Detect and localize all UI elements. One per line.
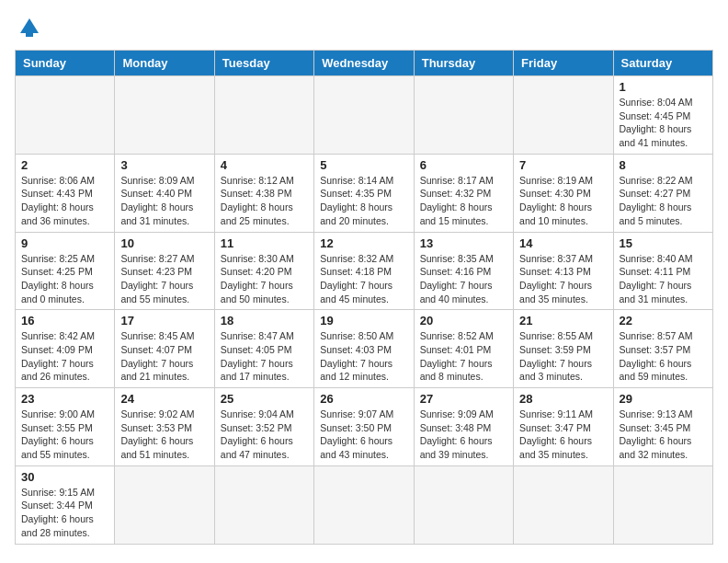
calendar-cell: 12Sunrise: 8:32 AM Sunset: 4:18 PM Dayli… [314,232,414,310]
day-number: 5 [320,158,407,172]
calendar-cell: 20Sunrise: 8:52 AM Sunset: 4:01 PM Dayli… [414,310,513,388]
day-number: 13 [420,236,507,250]
calendar-cell [314,76,414,155]
calendar-cell [214,76,313,155]
day-info: Sunrise: 8:47 AM Sunset: 4:05 PM Dayligh… [221,329,308,384]
svg-rect-1 [26,29,33,37]
calendar-cell: 7Sunrise: 8:19 AM Sunset: 4:30 PM Daylig… [514,154,613,232]
day-number: 21 [519,314,607,327]
day-number: 22 [620,314,707,327]
calendar-table: SundayMondayTuesdayWednesdayThursdayFrid… [15,50,713,545]
calendar-cell: 9Sunrise: 8:25 AM Sunset: 4:25 PM Daylig… [16,232,115,310]
day-number: 2 [21,158,108,172]
column-header-saturday: Saturday [613,51,712,76]
day-number: 19 [320,314,407,327]
day-number: 7 [519,158,607,172]
day-info: Sunrise: 8:32 AM Sunset: 4:18 PM Dayligh… [320,252,407,306]
day-info: Sunrise: 8:19 AM Sunset: 4:30 PM Dayligh… [519,174,607,228]
day-number: 11 [221,236,308,250]
day-info: Sunrise: 9:02 AM Sunset: 3:53 PM Dayligh… [120,408,208,462]
day-number: 27 [420,392,507,406]
day-number: 28 [519,392,607,406]
day-info: Sunrise: 8:22 AM Sunset: 4:27 PM Dayligh… [620,174,707,228]
calendar-cell [414,465,513,544]
day-number: 29 [620,392,707,406]
column-header-friday: Friday [514,51,613,76]
calendar-cell: 11Sunrise: 8:30 AM Sunset: 4:20 PM Dayli… [214,232,313,310]
day-info: Sunrise: 9:00 AM Sunset: 3:55 PM Dayligh… [21,408,108,462]
day-number: 30 [21,470,108,484]
day-info: Sunrise: 8:12 AM Sunset: 4:38 PM Dayligh… [221,174,308,228]
calendar-cell: 29Sunrise: 9:13 AM Sunset: 3:45 PM Dayli… [613,388,712,466]
day-info: Sunrise: 8:09 AM Sunset: 4:40 PM Dayligh… [120,174,208,228]
day-info: Sunrise: 9:13 AM Sunset: 3:45 PM Dayligh… [620,408,707,462]
day-number: 15 [620,236,707,250]
day-info: Sunrise: 9:07 AM Sunset: 3:50 PM Dayligh… [320,408,407,462]
calendar-cell [214,465,313,544]
calendar-cell [115,465,214,544]
day-info: Sunrise: 8:25 AM Sunset: 4:25 PM Dayligh… [21,252,108,306]
calendar-cell: 25Sunrise: 9:04 AM Sunset: 3:52 PM Dayli… [214,388,313,466]
day-number: 4 [221,158,308,172]
day-info: Sunrise: 8:30 AM Sunset: 4:20 PM Dayligh… [221,252,308,306]
day-number: 9 [21,236,108,250]
calendar-cell: 17Sunrise: 8:45 AM Sunset: 4:07 PM Dayli… [115,310,214,388]
day-info: Sunrise: 8:45 AM Sunset: 4:07 PM Dayligh… [120,329,208,384]
day-info: Sunrise: 8:27 AM Sunset: 4:23 PM Dayligh… [120,252,208,306]
calendar-cell [514,76,613,155]
day-info: Sunrise: 8:06 AM Sunset: 4:43 PM Dayligh… [21,174,108,228]
day-number: 25 [221,392,308,406]
calendar-cell: 24Sunrise: 9:02 AM Sunset: 3:53 PM Dayli… [115,388,214,466]
day-info: Sunrise: 8:37 AM Sunset: 4:13 PM Dayligh… [519,252,607,306]
day-number: 17 [120,314,208,327]
calendar-cell: 21Sunrise: 8:55 AM Sunset: 3:59 PM Dayli… [514,310,613,388]
column-header-thursday: Thursday [414,51,513,76]
calendar-cell: 27Sunrise: 9:09 AM Sunset: 3:48 PM Dayli… [414,388,513,466]
column-header-tuesday: Tuesday [214,51,313,76]
calendar-cell: 18Sunrise: 8:47 AM Sunset: 4:05 PM Dayli… [214,310,313,388]
header [15,15,713,40]
calendar-cell [414,76,513,155]
calendar-cell: 14Sunrise: 8:37 AM Sunset: 4:13 PM Dayli… [514,232,613,310]
calendar-cell: 28Sunrise: 9:11 AM Sunset: 3:47 PM Dayli… [514,388,613,466]
day-number: 23 [21,392,108,406]
day-info: Sunrise: 9:04 AM Sunset: 3:52 PM Dayligh… [221,408,308,462]
day-info: Sunrise: 8:57 AM Sunset: 3:57 PM Dayligh… [620,329,707,384]
calendar-cell [115,76,214,155]
calendar-cell: 22Sunrise: 8:57 AM Sunset: 3:57 PM Dayli… [613,310,712,388]
calendar-cell: 4Sunrise: 8:12 AM Sunset: 4:38 PM Daylig… [214,154,313,232]
calendar-cell: 10Sunrise: 8:27 AM Sunset: 4:23 PM Dayli… [115,232,214,310]
day-number: 10 [120,236,208,250]
column-header-sunday: Sunday [16,51,115,76]
day-number: 12 [320,236,407,250]
calendar-cell: 1Sunrise: 8:04 AM Sunset: 4:45 PM Daylig… [613,76,712,155]
day-number: 1 [620,80,707,94]
day-info: Sunrise: 8:40 AM Sunset: 4:11 PM Dayligh… [620,252,707,306]
day-info: Sunrise: 8:14 AM Sunset: 4:35 PM Dayligh… [320,174,407,228]
calendar-cell: 5Sunrise: 8:14 AM Sunset: 4:35 PM Daylig… [314,154,414,232]
calendar-cell: 26Sunrise: 9:07 AM Sunset: 3:50 PM Dayli… [314,388,414,466]
day-info: Sunrise: 8:04 AM Sunset: 4:45 PM Dayligh… [620,96,707,150]
logo [15,15,42,40]
day-info: Sunrise: 8:35 AM Sunset: 4:16 PM Dayligh… [420,252,507,306]
day-number: 14 [519,236,607,250]
calendar-cell: 19Sunrise: 8:50 AM Sunset: 4:03 PM Dayli… [314,310,414,388]
day-number: 18 [221,314,308,327]
calendar-cell [613,465,712,544]
calendar-cell: 2Sunrise: 8:06 AM Sunset: 4:43 PM Daylig… [16,154,115,232]
day-info: Sunrise: 9:15 AM Sunset: 3:44 PM Dayligh… [21,486,108,540]
day-number: 3 [120,158,208,172]
calendar-cell: 13Sunrise: 8:35 AM Sunset: 4:16 PM Dayli… [414,232,513,310]
day-number: 24 [120,392,208,406]
calendar-cell: 30Sunrise: 9:15 AM Sunset: 3:44 PM Dayli… [16,465,115,544]
logo-icon [17,15,42,40]
calendar-cell: 6Sunrise: 8:17 AM Sunset: 4:32 PM Daylig… [414,154,513,232]
calendar-cell: 23Sunrise: 9:00 AM Sunset: 3:55 PM Dayli… [16,388,115,466]
calendar-cell [16,76,115,155]
calendar-cell: 8Sunrise: 8:22 AM Sunset: 4:27 PM Daylig… [613,154,712,232]
day-info: Sunrise: 9:11 AM Sunset: 3:47 PM Dayligh… [519,408,607,462]
day-info: Sunrise: 8:42 AM Sunset: 4:09 PM Dayligh… [21,329,108,384]
day-info: Sunrise: 9:09 AM Sunset: 3:48 PM Dayligh… [420,408,507,462]
day-info: Sunrise: 8:52 AM Sunset: 4:01 PM Dayligh… [420,329,507,384]
calendar-cell [514,465,613,544]
